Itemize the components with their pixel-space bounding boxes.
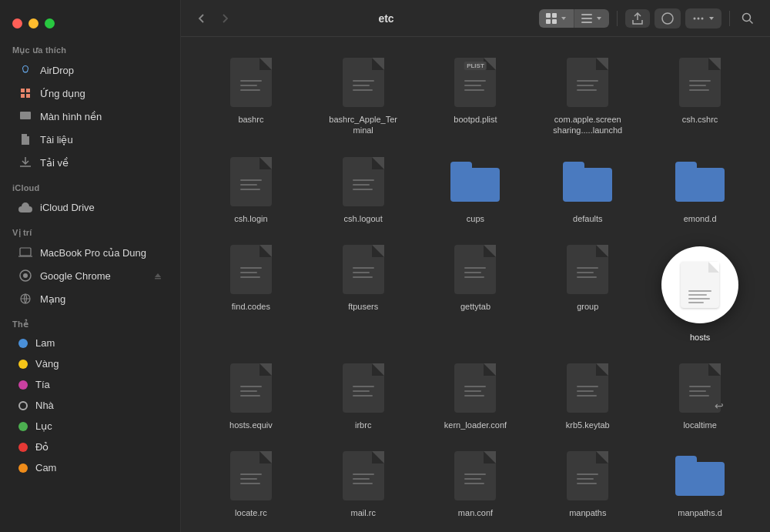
sidebar-item-tag-red[interactable]: Đỏ [6,437,174,457]
file-label-gettytab: gettytab [460,301,490,312]
sidebar-item-label-airdrop: AirDrop [40,65,74,76]
forward-button[interactable] [216,10,233,27]
list-view-button[interactable] [574,9,609,28]
file-icon-container-irbrc [336,361,390,415]
sidebar-item-tag-cam[interactable]: Cam [6,458,174,477]
file-item-hosts[interactable]: hosts [645,236,755,349]
file-item-csh-logout[interactable]: csh.logout [309,149,418,230]
tags-section-label: Thẻ [0,310,180,333]
file-item-bashrc-apple[interactable]: bashrc_Apple_Terminal [309,49,418,142]
generic-file-icon [230,363,272,413]
file-item-manpaths-d[interactable]: manpaths.d [645,443,755,524]
generic-file-icon [567,58,608,107]
sidebar-item-macbook[interactable]: MacBook Pro của Dung [6,242,174,263]
file-label-cups: cups [467,213,484,224]
file-item-emond-d[interactable]: emond.d [645,149,755,230]
file-item-irbrc[interactable]: irbrc [309,355,418,437]
file-label-manpaths-d: manpaths.d [678,507,721,518]
sidebar-item-label-tag-blue: Lam [35,337,55,349]
file-item-gettytab[interactable]: gettytab [421,236,531,349]
file-label-bashrc-apple: bashrc_Apple_Terminal [329,114,398,136]
file-grid-container[interactable]: bashrc bashrc_Apple_Terminal [181,37,770,532]
hosts-file-icon [681,262,719,308]
file-item-csh-login[interactable]: csh.login [196,149,306,230]
sidebar-item-tag-blue[interactable]: Lam [6,333,174,353]
generic-file-icon [679,58,721,107]
file-item-csh-cshrc[interactable]: csh.cshrc [645,49,755,142]
sidebar-item-network[interactable]: Mạng [6,288,174,309]
file-label-csh-cshrc: csh.cshrc [682,114,718,125]
file-icon-container-localtime: ↩ [673,361,727,415]
traffic-lights [0,8,180,36]
sidebar-item-icloud[interactable]: iCloud Drive [6,196,174,218]
file-icon-container-mail-rc [336,449,390,503]
file-item-localtime[interactable]: ↩ localtime [645,355,755,437]
svg-point-13 [662,13,673,24]
file-item-ftpusers[interactable]: ftpusers [309,236,418,349]
file-item-defaults[interactable]: defaults [533,149,642,230]
sidebar-item-tag-yellow[interactable]: Vàng [6,354,174,373]
back-button[interactable] [193,10,210,27]
tag-green-dot [18,422,28,431]
tag-red-dot [18,443,28,452]
file-icon-container-cups [448,155,502,209]
sidebar-item-label-network: Mạng [40,293,65,305]
sidebar-item-downloads[interactable]: Tải về [6,152,174,173]
close-button[interactable] [12,18,22,28]
sidebar-item-tag-green[interactable]: Lục [6,417,174,436]
sidebar-item-applications[interactable]: Ứng dụng [6,82,174,104]
file-icon-container-csh-login [224,155,278,209]
file-icon-container-manpaths [561,449,614,503]
list-view-icon [581,12,593,25]
file-item-mail-rc[interactable]: mail.rc [309,443,418,524]
folder-icon-cups [450,162,500,202]
file-item-cups[interactable]: cups [421,149,531,230]
file-item-kern-loader[interactable]: kern_loader.conf [421,355,531,437]
file-icon-container-krb5 [561,361,614,415]
apps-icon [18,86,32,100]
sidebar-item-chrome[interactable]: Google Chrome [6,265,174,286]
file-item-bashrc[interactable]: bashrc [196,49,306,142]
file-item-locate-rc[interactable]: locate.rc [196,443,306,524]
file-item-krb5[interactable]: krb5.keytab [533,355,642,437]
generic-file-icon [230,58,272,107]
favorites-section-label: Mục ưa thích [0,36,180,59]
sidebar-item-tag-orange[interactable]: Tía [6,375,174,394]
icon-view-button[interactable] [539,9,574,28]
share-button[interactable] [625,9,650,28]
generic-file-icon [454,451,496,500]
airdrop-icon [18,63,32,77]
fullscreen-button[interactable] [45,18,55,28]
sidebar-item-desktop[interactable]: Màn hình nền [6,105,174,127]
sidebar-item-label-documents: Tài liệu [40,134,73,146]
file-icon-container-locate-rc [224,449,278,503]
svg-rect-12 [581,22,592,23]
file-label-find-codes: find.codes [232,301,270,312]
file-item-man-conf[interactable]: man.conf [421,443,531,524]
sidebar-item-label-macbook: MacBook Pro của Dung [40,247,146,259]
svg-point-14 [694,17,696,19]
file-icon-container-bashrc-apple [336,55,390,109]
downloads-icon [18,156,32,169]
chevron-down-icon [560,15,567,22]
file-label-hosts-equiv: hosts.equiv [229,420,273,430]
sidebar-item-tag-white[interactable]: Nhà [6,396,174,415]
file-item-manpaths[interactable]: manpaths [533,443,642,524]
more-options-button[interactable] [685,8,721,28]
tag-orange-dot [18,380,28,390]
search-button[interactable] [738,8,758,28]
file-item-com-apple[interactable]: com.apple.screensharing.....launchd [533,49,642,142]
sidebar-item-documents[interactable]: Tài liệu [6,129,174,150]
minimize-button[interactable] [28,18,38,28]
file-icon-container-csh-cshrc [673,55,727,109]
file-item-find-codes[interactable]: find.codes [196,236,306,349]
tag-button[interactable] [654,8,681,28]
file-icon-container-csh-logout [336,155,390,209]
file-item-group[interactable]: group [533,236,642,349]
file-label-group: group [577,301,598,312]
file-label-man-conf: man.conf [458,507,493,518]
file-item-bootpd[interactable]: PLIST bootpd.plist [421,49,531,142]
spotlight-circle [661,246,738,323]
sidebar-item-airdrop[interactable]: AirDrop [6,59,174,81]
file-item-hosts-equiv[interactable]: hosts.equiv [196,355,306,437]
